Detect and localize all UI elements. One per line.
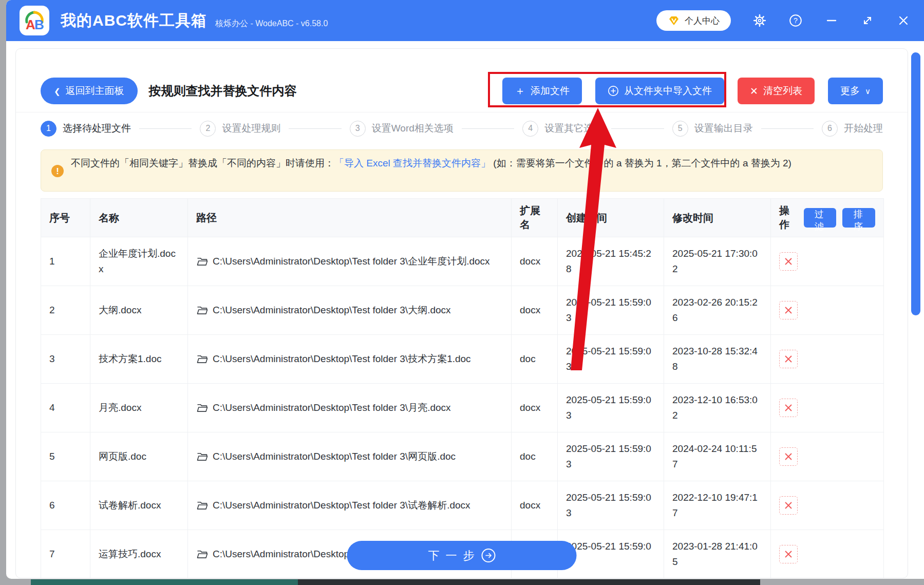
svg-text:B: B: [34, 17, 44, 32]
step-label: 设置Word相关选项: [372, 122, 454, 135]
delete-x-icon: [784, 403, 793, 412]
header-index: 序号: [41, 199, 90, 237]
settings-gear-icon[interactable]: [752, 13, 767, 28]
cell-name: 月亮.docx: [90, 384, 188, 432]
step-item: 1 选择待处理文件: [41, 121, 131, 137]
file-path: C:\Users\Administrator\Desktop\Test fold…: [213, 256, 490, 267]
step-label: 开始处理: [844, 122, 883, 135]
cell-ext: docx: [512, 237, 558, 286]
cell-modified: 2023-01-28 21:41:05: [664, 530, 771, 579]
delete-x-icon: [784, 501, 793, 510]
cell-path: C:\Users\Administrator\Desktop\Test fold…: [188, 432, 512, 481]
step-label: 设置输出目录: [694, 122, 753, 135]
user-center-button[interactable]: 个人中心: [656, 10, 731, 31]
next-step-button[interactable]: 下一步: [347, 541, 577, 570]
step-connector: [289, 128, 341, 129]
step-number: 5: [672, 121, 688, 137]
import-excel-link[interactable]: 「导入 Excel 查找并替换文件内容」: [334, 158, 491, 168]
step-indicator: 1 选择待处理文件 2 设置处理规则 3 设置Word相关选项 4 设置其它选项…: [16, 112, 908, 144]
cell-name: 运算技巧.docx: [90, 530, 188, 579]
more-button[interactable]: 更多 ∨: [828, 78, 883, 104]
table-row: 1 企业年度计划.docx C:\Users\Administrator\Des…: [41, 237, 884, 286]
more-label: 更多: [840, 84, 860, 98]
cell-name: 试卷解析.docx: [90, 481, 188, 530]
step-item: 5 设置输出目录: [672, 121, 753, 137]
header-name: 名称: [90, 199, 188, 237]
folder-icon: [196, 256, 208, 266]
file-path: C:\Users\Administrator\Desktop\Test fold…: [213, 500, 470, 511]
cell-path: C:\Users\Administrator\Desktop\Test fold…: [188, 237, 512, 286]
app-title: 我的ABC软件工具箱: [61, 10, 207, 31]
delete-row-button[interactable]: [779, 447, 798, 466]
cell-ext: doc: [512, 432, 558, 481]
minimize-icon[interactable]: [824, 13, 839, 28]
step-connector: [611, 128, 664, 129]
clear-list-label: 清空列表: [763, 84, 802, 98]
import-from-folder-button[interactable]: 从文件夹中导入文件: [595, 78, 724, 104]
step-connector: [761, 128, 814, 129]
folder-icon: [196, 549, 208, 559]
header-path: 路径: [188, 199, 512, 237]
step-number: 2: [200, 121, 216, 137]
cell-index: 3: [41, 335, 90, 384]
file-table: 序号 名称 路径 扩展名 创建时间 修改时间 操作 过滤 排序: [41, 198, 884, 578]
cell-name: 技术方案1.doc: [90, 335, 188, 384]
toolbar: ❮ 返回到主面板 按规则查找并替换文件内容 ＋ 添加文件: [16, 49, 908, 112]
cell-action: [771, 481, 884, 530]
scrollbar-thumb[interactable]: [911, 52, 920, 315]
delete-row-button[interactable]: [779, 496, 798, 515]
step-number: 1: [41, 121, 56, 137]
table-row: 5 网页版.doc C:\Users\Administrator\Desktop…: [41, 432, 884, 481]
back-to-main-button[interactable]: ❮ 返回到主面板: [41, 78, 138, 104]
cell-index: 4: [41, 384, 90, 432]
step-number: 6: [822, 121, 838, 137]
x-icon: ✕: [750, 85, 758, 97]
cell-ext: docx: [512, 384, 558, 432]
content-card: ❮ 返回到主面板 按规则查找并替换文件内容 ＋ 添加文件: [15, 48, 908, 578]
app-subtitle: 核烁办公 - WodeABC - v6.58.0: [215, 18, 328, 29]
table-header-row: 序号 名称 路径 扩展名 创建时间 修改时间 操作 过滤 排序: [41, 199, 884, 237]
table-row: 6 试卷解析.docx C:\Users\Administrator\Deskt…: [41, 481, 884, 530]
filter-button[interactable]: 过滤: [804, 208, 837, 228]
delete-row-button[interactable]: [779, 252, 798, 271]
plus-circle-icon: [608, 85, 619, 97]
folder-icon: [196, 500, 208, 510]
step-item: 4 设置其它选项: [522, 121, 603, 137]
step-item: 2 设置处理规则: [200, 121, 280, 137]
cell-ext: doc: [512, 335, 558, 384]
cell-action: [771, 432, 884, 481]
file-path: C:\Users\Administrator\Desktop\Test fold…: [213, 402, 451, 413]
cell-path: C:\Users\Administrator\Desktop\Test fold…: [188, 335, 512, 384]
cell-created: 2025-05-21 15:59:03: [558, 432, 664, 481]
cell-action: [771, 286, 884, 335]
file-path: C:\Users\Administrator\Desktop\Test fold…: [213, 305, 451, 315]
clear-list-button[interactable]: ✕ 清空列表: [738, 78, 815, 104]
table-row: 4 月亮.docx C:\Users\Administrator\Desktop…: [41, 384, 884, 432]
cell-ext: docx: [512, 286, 558, 335]
cell-action: [771, 237, 884, 286]
file-path: C:\Users\Administrator\Desktop\Test fold…: [213, 353, 471, 364]
titlebar: A B 我的ABC软件工具箱 核烁办公 - WodeABC - v6.58.0 …: [6, 0, 924, 41]
cell-action: [771, 384, 884, 432]
step-number: 3: [350, 121, 366, 137]
cell-path: C:\Users\Administrator\Desktop\Test fold…: [188, 481, 512, 530]
app-logo-icon: A B: [20, 6, 49, 35]
maximize-icon[interactable]: [860, 13, 875, 28]
help-icon[interactable]: ?: [788, 13, 803, 28]
sort-button[interactable]: 排序: [842, 208, 875, 228]
cell-modified: 2024-02-24 10:11:57: [664, 432, 771, 481]
step-number: 4: [522, 121, 538, 137]
close-icon[interactable]: [896, 13, 911, 28]
cell-created: 2025-05-21 15:59:03: [558, 384, 664, 432]
add-files-button[interactable]: ＋ 添加文件: [502, 78, 582, 104]
table-row: 3 技术方案1.doc C:\Users\Administrator\Deskt…: [41, 335, 884, 384]
delete-x-icon: [784, 452, 793, 461]
cell-name: 大纲.docx: [90, 286, 188, 335]
header-modified: 修改时间: [664, 199, 771, 237]
delete-row-button[interactable]: [779, 399, 798, 417]
delete-row-button[interactable]: [779, 350, 798, 368]
delete-row-button[interactable]: [779, 301, 798, 319]
step-label: 设置其它选项: [544, 122, 603, 135]
page-title: 按规则查找并替换文件内容: [149, 83, 297, 99]
delete-row-button[interactable]: [779, 545, 798, 563]
